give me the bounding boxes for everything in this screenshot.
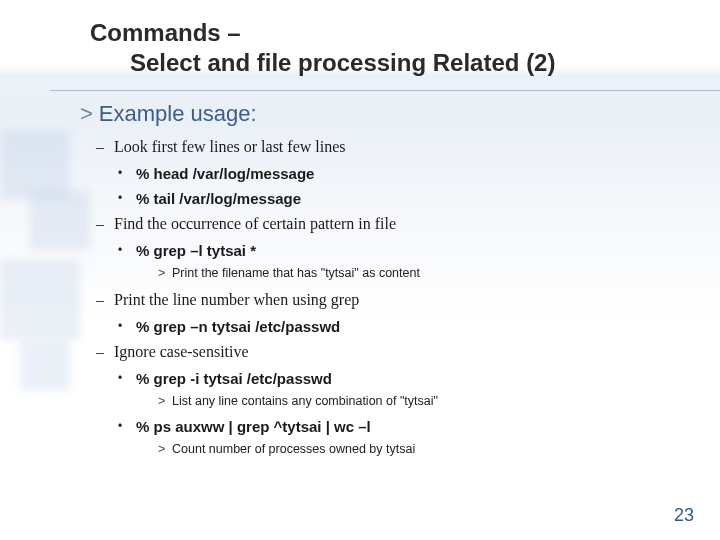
command-text: % grep -i tytsai /etc/passwd xyxy=(136,370,332,387)
item-label: Ignore case-sensitive xyxy=(114,343,249,360)
section-heading-text: Example usage: xyxy=(99,101,257,126)
note-text: Print the filename that has "tytsai" as … xyxy=(158,264,670,283)
title-underline xyxy=(50,90,720,91)
title-line-2: Select and file processing Related (2) xyxy=(90,48,670,78)
title-line-1: Commands – xyxy=(90,19,241,46)
slide-title: Commands – Select and file processing Re… xyxy=(90,18,670,78)
slide: Commands – Select and file processing Re… xyxy=(0,0,720,540)
list-item: % ps auxww | grep ^tytsai | wc –l xyxy=(118,415,670,438)
note-text: List any line contains any combination o… xyxy=(158,392,670,411)
section-heading: >Example usage: xyxy=(80,101,670,127)
list-item: % grep –l tytsai * xyxy=(118,239,670,262)
item-label: Look first few lines or last few lines xyxy=(114,138,346,155)
command-text: % grep –n tytsai /etc/passwd xyxy=(136,318,340,335)
command-text: % head /var/log/message xyxy=(136,165,314,182)
note-text: Count number of processes owned by tytsa… xyxy=(158,440,670,459)
chevron-icon: > xyxy=(80,101,93,126)
list-item: Look first few lines or last few lines xyxy=(96,135,670,160)
list-item: % grep –n tytsai /etc/passwd xyxy=(118,315,670,338)
content-body: Look first few lines or last few lines %… xyxy=(96,135,670,460)
item-label: Print the line number when using grep xyxy=(114,291,359,308)
list-item: Ignore case-sensitive xyxy=(96,340,670,365)
command-text: % ps auxww | grep ^tytsai | wc –l xyxy=(136,418,371,435)
list-item: Find the occurrence of certain pattern i… xyxy=(96,212,670,237)
command-text: % grep –l tytsai * xyxy=(136,242,256,259)
page-number: 23 xyxy=(674,505,694,526)
list-item: % grep -i tytsai /etc/passwd xyxy=(118,367,670,390)
item-label: Find the occurrence of certain pattern i… xyxy=(114,215,396,232)
list-item: % tail /var/log/message xyxy=(118,187,670,210)
list-item: % head /var/log/message xyxy=(118,162,670,185)
command-text: % tail /var/log/message xyxy=(136,190,301,207)
list-item: Print the line number when using grep xyxy=(96,288,670,313)
